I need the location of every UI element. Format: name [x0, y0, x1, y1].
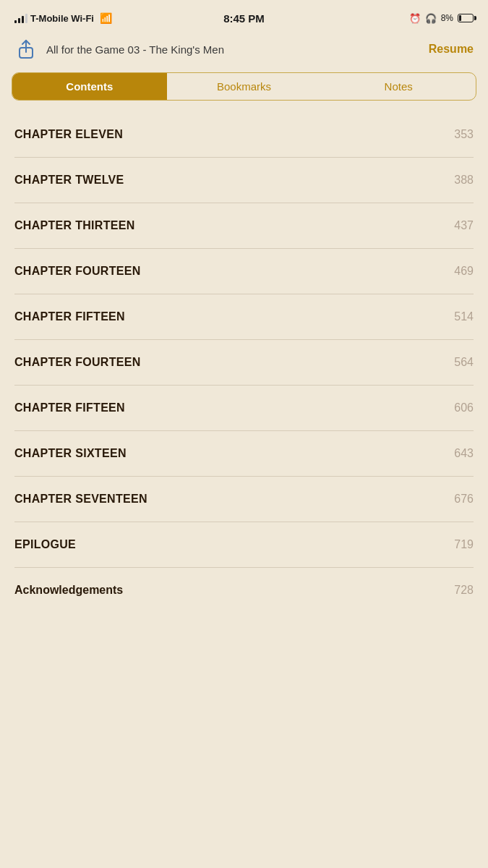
chapter-page-number: 676	[454, 493, 474, 506]
table-row[interactable]: CHAPTER FOURTEEN469	[14, 249, 474, 294]
tab-contents[interactable]: Contents	[12, 73, 167, 100]
chapter-title: CHAPTER TWELVE	[14, 174, 124, 187]
chapter-title: CHAPTER FIFTEEN	[14, 310, 125, 323]
table-row[interactable]: CHAPTER SEVENTEEN676	[14, 477, 474, 522]
time-label: 8:45 PM	[223, 12, 265, 25]
chapter-title: EPILOGUE	[14, 538, 76, 551]
chapter-page-number: 606	[454, 401, 474, 414]
chapter-list: CHAPTER ELEVEN353CHAPTER TWELVE388CHAPTE…	[0, 112, 488, 613]
alarm-icon: ⏰	[409, 13, 421, 24]
chapter-page-number: 719	[454, 538, 474, 551]
chapter-page-number: 514	[454, 310, 474, 323]
chapter-page-number: 469	[454, 265, 474, 278]
table-row[interactable]: EPILOGUE719	[14, 522, 474, 568]
table-row[interactable]: CHAPTER ELEVEN353	[14, 112, 474, 158]
table-row[interactable]: CHAPTER FIFTEEN514	[14, 294, 474, 340]
table-row[interactable]: CHAPTER TWELVE388	[14, 158, 474, 203]
header: All for the Game 03 - The King's Men Res…	[0, 32, 488, 67]
chapter-page-number: 564	[454, 356, 474, 369]
status-left: T-Mobile Wi-Fi 📶	[14, 12, 112, 24]
table-row[interactable]: CHAPTER SIXTEEN643	[14, 431, 474, 477]
tab-bar: Contents Bookmarks Notes	[12, 72, 476, 101]
chapter-page-number: 643	[454, 447, 474, 460]
chapter-title: Acknowledgements	[14, 584, 123, 597]
share-button[interactable]	[14, 38, 38, 61]
chapter-title: CHAPTER SIXTEEN	[14, 447, 127, 460]
chapter-page-number: 388	[454, 174, 474, 187]
resume-button[interactable]: Resume	[429, 43, 474, 56]
tab-bookmarks[interactable]: Bookmarks	[167, 73, 322, 100]
table-row[interactable]: CHAPTER FIFTEEN606	[14, 386, 474, 431]
wifi-icon: 📶	[100, 12, 112, 24]
carrier-label: T-Mobile Wi-Fi	[30, 13, 94, 24]
table-row[interactable]: Acknowledgements728	[14, 568, 474, 613]
battery-percent: 8%	[441, 13, 453, 23]
headphone-icon: 🎧	[425, 13, 437, 24]
chapter-title: CHAPTER FOURTEEN	[14, 265, 141, 278]
chapter-title: CHAPTER ELEVEN	[14, 128, 123, 141]
chapter-title: CHAPTER THIRTEEN	[14, 219, 135, 232]
battery-icon	[458, 14, 474, 22]
table-row[interactable]: CHAPTER THIRTEEN437	[14, 203, 474, 249]
book-title: All for the Game 03 - The King's Men	[46, 43, 420, 56]
status-bar: T-Mobile Wi-Fi 📶 8:45 PM ⏰ 🎧 8%	[0, 0, 488, 32]
signal-bars-icon	[14, 13, 27, 23]
status-right: ⏰ 🎧 8%	[409, 13, 474, 24]
chapter-title: CHAPTER SEVENTEEN	[14, 493, 147, 506]
chapter-page-number: 437	[454, 219, 474, 232]
chapter-page-number: 353	[454, 128, 474, 141]
chapter-title: CHAPTER FIFTEEN	[14, 401, 125, 414]
chapter-page-number: 728	[454, 584, 474, 597]
table-row[interactable]: CHAPTER FOURTEEN564	[14, 340, 474, 386]
chapter-title: CHAPTER FOURTEEN	[14, 356, 141, 369]
tab-notes[interactable]: Notes	[321, 73, 476, 100]
